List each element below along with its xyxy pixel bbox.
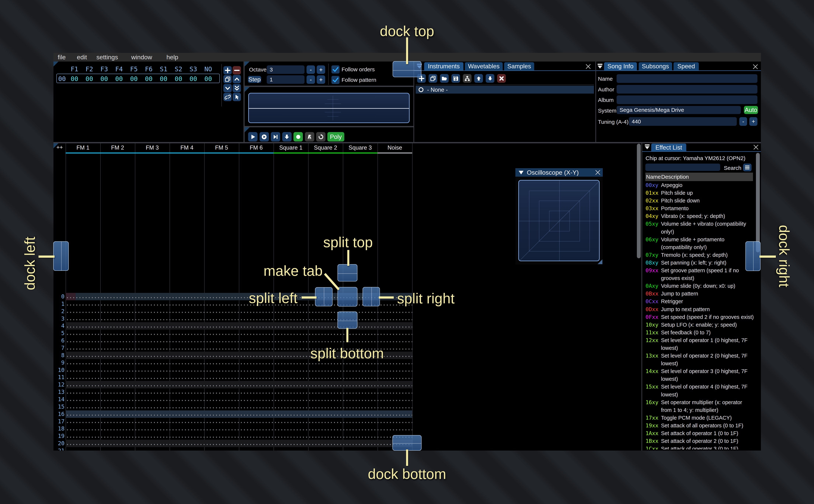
effect-row[interactable]: 05xy Volume slide + vibrato (compatibili… [645,220,755,235]
close-icon[interactable] [595,170,601,175]
effect-search-input[interactable] [645,164,720,171]
channel-name[interactable]: FM 2 [100,144,135,151]
split-target-top[interactable] [337,264,357,281]
instruments-tab[interactable]: Wavetables [465,62,503,70]
collapse-icon[interactable] [644,144,650,149]
duplicate-instrument-button[interactable] [429,74,437,83]
repeat-pattern-button[interactable] [316,132,325,141]
effect-list-tab[interactable]: Effect List [651,144,686,151]
effect-row[interactable]: 03xx Portamento [645,204,755,212]
effect-row[interactable]: 1Cxx Set attack of operator 3 (0 to 1F) [645,445,755,449]
effect-row[interactable]: 0Cxx Retrigger [645,298,755,305]
effect-menu-button[interactable] [743,164,752,171]
effect-row[interactable]: 10xy Setup LFO (x: enable; y: speed) [645,321,755,329]
orders-cell[interactable]: 00 [186,75,201,83]
tuning-increase-button[interactable]: + [749,117,757,126]
split-target-bottom[interactable] [337,312,357,329]
follow-orders-checkbox[interactable] [331,65,339,74]
move-instrument-up-button[interactable] [474,74,483,83]
effect-row[interactable]: 1Bxx Set attack of operator 2 (0 to 1F) [645,437,755,445]
menu-edit[interactable]: edit [77,53,87,62]
channel-name[interactable]: FM 6 [239,144,273,151]
menu-help[interactable]: help [166,53,178,62]
close-icon[interactable] [586,64,591,69]
orders-cell[interactable]: 00 [111,75,127,83]
pattern-expand-button[interactable]: ++ [56,144,63,150]
make-tab-target[interactable] [337,287,357,307]
play-one-row-button[interactable] [271,132,280,141]
menu-settings[interactable]: settings [96,53,118,62]
effect-row[interactable]: 0Axy Volume slide (0y: down; x0: up) [645,282,755,290]
name-input[interactable] [617,74,757,83]
step-decrease-button[interactable]: - [306,75,315,84]
channel-name[interactable]: Noise [377,144,412,151]
collapse-icon[interactable] [597,64,603,69]
effect-row[interactable]: 14xx Set level of operator 3 (0 highest,… [645,367,755,383]
orders-minus-button[interactable] [233,66,241,74]
effect-table-header[interactable]: Name Description [645,173,753,181]
play-from-start-button[interactable] [259,132,269,141]
close-icon[interactable] [753,144,759,150]
orders-cell[interactable]: 00 [82,75,97,83]
auto-system-button[interactable]: Auto [744,106,758,114]
split-target-left[interactable] [315,287,332,306]
song-info-tab[interactable]: Speed [674,62,699,70]
song-info-tab[interactable]: Subsongs [639,62,672,70]
play-button[interactable] [248,132,257,141]
step-input[interactable]: 1 [267,75,304,84]
effect-row[interactable]: 00xy Arpeggio [645,181,755,189]
effect-row[interactable]: 17xx Toggle PCM mode (LEGACY) [645,414,755,422]
effect-row[interactable]: 07xy Tremolo (x: speed; y: depth) [645,251,755,259]
split-target-right[interactable] [362,287,380,306]
effect-row[interactable]: 08xy Set panning (x: left; y: right) [645,259,755,267]
orders-duplicate-button[interactable] [223,75,232,83]
octave-decrease-button[interactable]: - [306,65,315,74]
song-info-tab[interactable]: Song Info [604,62,637,70]
orders-unlink-button[interactable] [223,93,232,101]
effect-row[interactable]: 09xx Set groove pattern (speed 1 if no g… [645,267,755,282]
orders-cell[interactable]: 00 [67,75,82,83]
channel-name[interactable]: FM 5 [204,144,239,151]
effect-row[interactable]: 15xx Set level of operator 4 (0 highest,… [645,383,755,398]
instruments-tab[interactable]: Samples [504,62,534,70]
effect-row[interactable]: 13xx Set level of operator 2 (0 highest,… [645,352,755,367]
step-button[interactable]: Step [248,76,261,83]
follow-pattern-checkbox[interactable] [331,76,339,84]
effect-row[interactable]: 19xx Set attack of all operators (0 to 1… [645,422,755,429]
step-increase-button[interactable]: + [317,75,325,84]
effect-row[interactable]: 02xx Pitch slide down [645,197,755,204]
instrument-tree-button[interactable] [463,74,472,83]
effect-row[interactable]: 0Bxx Jump to pattern [645,290,755,298]
orders-row[interactable]: 00000000000000000000 [53,75,243,83]
channel-name[interactable]: Square 3 [343,144,377,151]
effect-list-scrollbar[interactable] [756,153,760,252]
instrument-list-item[interactable]: - None - [416,86,594,94]
effect-row[interactable]: 16xy Set operator multiplier (x: operato… [645,398,755,414]
dock-target-left[interactable] [53,241,69,271]
poly-button[interactable]: Poly [327,132,344,141]
channel-name[interactable]: FM 3 [135,144,170,151]
move-instrument-down-button[interactable] [486,74,495,83]
step-row-button[interactable] [282,132,291,141]
tuning-input[interactable]: 440 [629,117,737,126]
menu-file[interactable]: file [58,53,66,62]
orders-double-chevron-down-button[interactable] [233,84,241,92]
close-icon[interactable] [753,64,758,69]
octave-input[interactable]: 3 [267,65,304,74]
orders-chevron-down-button[interactable] [223,84,232,92]
oscilloscope-xy-titlebar[interactable]: Oscilloscope (X-Y) [516,168,603,177]
collapse-triangle-icon[interactable] [519,171,524,174]
channel-name[interactable]: Square 2 [308,144,343,151]
orders-cursor-button[interactable] [233,93,241,101]
metronome-button[interactable] [305,132,314,141]
orders-cell[interactable]: 00 [97,75,112,83]
channel-name[interactable]: FM 4 [170,144,204,151]
record-button[interactable] [293,132,303,141]
open-instrument-button[interactable] [440,74,449,83]
effect-row[interactable]: 11xx Set feedback (0 to 7) [645,329,755,336]
effect-row[interactable]: 06xy Volume slide + portamento (compatib… [645,236,755,251]
effect-row[interactable]: 0Dxx Jump to next pattern [645,305,755,313]
channel-name[interactable]: Square 1 [273,144,308,151]
dock-target-right[interactable] [745,241,761,271]
album-input[interactable] [617,95,757,104]
